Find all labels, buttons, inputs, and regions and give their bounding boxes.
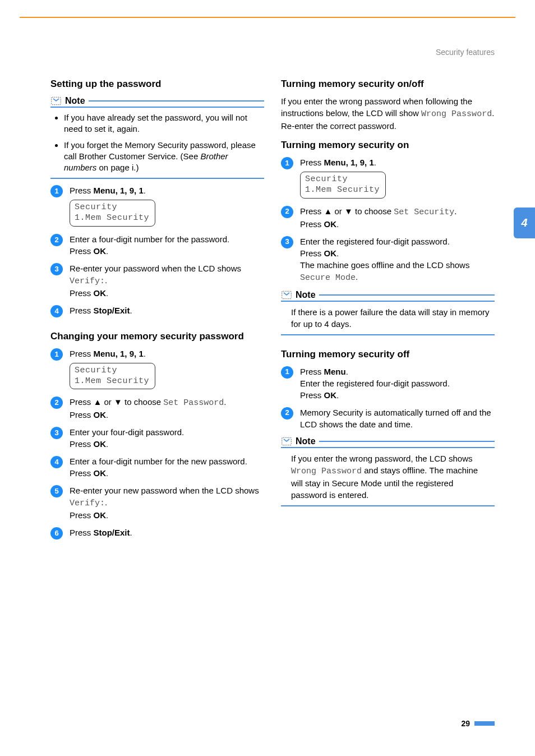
right-column: Turning memory security on/off If you en… xyxy=(281,79,495,545)
note-text: If there is a power failure the data wil… xyxy=(281,306,495,330)
note-icon xyxy=(281,436,292,447)
lcd-display: Security 1.Mem Security xyxy=(70,200,155,227)
step-number-icon: 2 xyxy=(50,397,63,409)
step-6: 6 Press Stop/Exit. xyxy=(50,527,264,540)
step-2: 2 Memory Security is automatically turne… xyxy=(281,407,495,430)
note-item: If you forget the Memory Security passwo… xyxy=(64,140,263,174)
footer-bar xyxy=(474,721,495,726)
step-1: 1 Press Menu, 1, 9, 1. Security 1.Mem Se… xyxy=(281,156,495,200)
step-5: 5 Re-enter your new password when the LC… xyxy=(50,485,264,521)
content: Setting up the password Note If you have… xyxy=(50,79,495,545)
step-1: 1 Press Menu, 1, 9, 1. Security 1.Mem Se… xyxy=(50,348,264,391)
note-block: Note If you have already set the passwor… xyxy=(50,95,264,179)
step-3: 3 Enter your four-digit password. Press … xyxy=(50,426,264,450)
step-number-icon: 2 xyxy=(281,407,293,420)
step-3: 3 Re-enter your password when the LCD sh… xyxy=(50,262,264,299)
step-2: 2 Press ▲ or ▼ to choose Set Password. P… xyxy=(50,396,264,421)
step-number-icon: 4 xyxy=(50,456,63,468)
lcd-display: Security 1.Mem Security xyxy=(300,172,386,199)
step-number-icon: 1 xyxy=(281,366,293,379)
step-1: 1 Press Menu. Enter the registered four-… xyxy=(281,366,495,401)
page-footer: 29 xyxy=(461,719,495,728)
step-number-icon: 2 xyxy=(281,206,293,218)
step-number-icon: 1 xyxy=(281,157,293,169)
heading-toggle-security: Turning memory security on/off xyxy=(281,79,495,90)
header-category: Security features xyxy=(436,48,495,57)
heading-security-on: Turning memory security on xyxy=(281,140,495,151)
step-1: 1 Press Menu, 1, 9, 1. Security 1.Mem Se… xyxy=(50,185,264,228)
step-number-icon: 4 xyxy=(50,305,63,317)
step-3: 3 Enter the registered four-digit passwo… xyxy=(281,236,495,284)
step-4: 4 Enter a four-digit number for the new … xyxy=(50,455,264,479)
intro-paragraph: If you enter the wrong password when fol… xyxy=(281,95,495,132)
step-number-icon: 1 xyxy=(50,185,63,197)
step-number-icon: 1 xyxy=(50,348,63,361)
note-label: Note xyxy=(65,96,85,106)
step-2: 2 Enter a four-digit number for the pass… xyxy=(50,233,264,257)
step-number-icon: 5 xyxy=(50,485,63,497)
note-item: If you have already set the password, yo… xyxy=(64,112,263,135)
page-number: 29 xyxy=(461,719,470,728)
step-number-icon: 6 xyxy=(50,527,63,540)
chapter-tab: 4 xyxy=(514,208,535,238)
step-number-icon: 3 xyxy=(50,263,63,275)
note-text: If you enter the wrong password, the LCD… xyxy=(281,453,495,501)
heading-setting-password: Setting up the password xyxy=(50,79,264,90)
note-block: Note If there is a power failure the dat… xyxy=(281,289,495,335)
note-icon xyxy=(50,95,62,107)
step-number-icon: 3 xyxy=(281,236,293,248)
left-column: Setting up the password Note If you have… xyxy=(50,79,264,545)
note-block: Note If you enter the wrong password, th… xyxy=(281,436,495,506)
lcd-display: Security 1.Mem Security xyxy=(70,363,155,390)
step-2: 2 Press ▲ or ▼ to choose Set Security. P… xyxy=(281,205,495,230)
note-icon xyxy=(281,289,292,301)
step-4: 4 Press Stop/Exit. xyxy=(50,305,264,317)
heading-security-off: Turning memory security off xyxy=(281,349,495,360)
note-label: Note xyxy=(296,290,316,300)
step-number-icon: 2 xyxy=(50,234,63,246)
note-label: Note xyxy=(296,436,316,446)
heading-changing-password: Changing your memory security password xyxy=(50,331,264,342)
step-number-icon: 3 xyxy=(50,427,63,439)
top-rule xyxy=(20,17,515,18)
